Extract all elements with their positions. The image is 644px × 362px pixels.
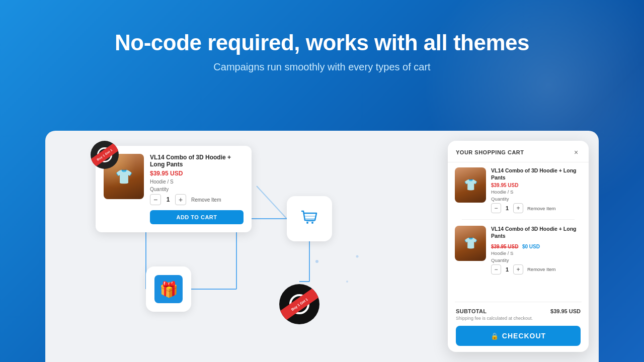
remove-item-link[interactable]: Remove Item <box>191 197 221 203</box>
cart-item-2-decrease[interactable]: − <box>491 264 501 275</box>
qty-increase-button[interactable]: + <box>175 194 186 205</box>
badge2-icon-box: Buy 1 Get 1 <box>277 282 322 327</box>
add-to-cart-button[interactable]: ADD TO CART <box>150 210 244 224</box>
cart-icon-box <box>287 196 332 241</box>
cart-subtotal-label: SUBTOTAL <box>456 308 487 314</box>
cart-items-list: 👕 VL14 Combo of 3D Hoodie + Long Pants $… <box>448 162 589 302</box>
cart-shipping-note: Shipping fee is calculated at checkout. <box>456 316 581 321</box>
cart-item-1-decrease[interactable]: − <box>491 203 501 213</box>
cart-icon <box>296 206 323 232</box>
cart-item-1-price: $39.95 USD <box>491 183 582 188</box>
cart-item-1-details: VL14 Combo of 3D Hoodie + Long Pants $39… <box>491 167 582 213</box>
svg-point-12 <box>306 222 308 224</box>
qty-decrease-button[interactable]: − <box>150 194 161 205</box>
cart-item-2-price-row: $39.95 USD $0 USD <box>491 241 582 250</box>
cart-item-2: 👕 VL14 Combo of 3D Hoodie + Long Pants $… <box>455 226 582 274</box>
cart-divider <box>462 219 575 220</box>
badge2-circle: Buy 1 Get 1 <box>279 284 319 324</box>
cart-footer: SUBTOTAL $39.95 USD Shipping fee is calc… <box>448 302 589 352</box>
product-card: Buy 1 Get 1 👕 VL14 Combo of 3D Hoodie + … <box>96 146 252 232</box>
main-card: Buy 1 Get 1 👕 VL14 Combo of 3D Hoodie + … <box>45 131 599 362</box>
cart-close-button[interactable]: × <box>572 148 581 157</box>
cart-item-2-price-free: $0 USD <box>522 244 540 249</box>
svg-point-13 <box>311 222 313 224</box>
product-info: VL14 Combo of 3D Hoodie + Long Pants $39… <box>150 154 244 224</box>
checkout-label: CHECKOUT <box>502 332 546 340</box>
cart-item-2-qty-label: Quantity <box>491 257 582 263</box>
cart-panel-header: YOUR SHOPPING CART × <box>448 141 589 162</box>
product-variant: Hoodie / S <box>150 179 244 185</box>
cart-item-1-increase[interactable]: + <box>513 203 523 213</box>
gift-icon: 🎁 <box>154 275 183 303</box>
cart-item-2-increase[interactable]: + <box>513 264 523 275</box>
cart-item-1-variant: Hoodie / S <box>491 189 582 195</box>
lock-icon: 🔒 <box>491 332 499 340</box>
cart-item-2-image: 👕 <box>455 226 486 261</box>
svg-line-7 <box>257 186 287 219</box>
cart-subtotal-value: $39.95 USD <box>550 308 581 314</box>
buy1get1-badge: Buy 1 Get 1 <box>91 141 119 169</box>
badge-ribbon: Buy 1 Get 1 <box>91 141 119 169</box>
product-price: $39.95 USD <box>150 170 244 177</box>
svg-point-9 <box>356 255 359 258</box>
header: No-code required, works with all themes … <box>0 0 644 73</box>
qty-row: − 1 + Remove Item <box>150 194 244 205</box>
cart-item-2-qty-row: − 1 + Remove Item <box>491 264 582 275</box>
product-qty-label: Quantity <box>150 187 244 192</box>
svg-point-8 <box>315 260 318 263</box>
gift-icon-box: 🎁 <box>146 266 191 312</box>
svg-point-10 <box>346 281 348 283</box>
page-title: No-code required, works with all themes <box>0 30 644 55</box>
qty-value: 1 <box>164 196 172 203</box>
cart-item-2-details: VL14 Combo of 3D Hoodie + Long Pants $39… <box>491 226 582 274</box>
cart-panel: YOUR SHOPPING CART × 👕 VL14 Combo of 3D … <box>448 141 589 352</box>
cart-item-1-qty-row: − 1 + Remove Item <box>491 203 582 213</box>
product-name: VL14 Combo of 3D Hoodie + Long Pants <box>150 154 244 168</box>
cart-item-1-qty-label: Quantity <box>491 196 582 202</box>
cart-panel-title: YOUR SHOPPING CART <box>456 149 524 155</box>
cart-item-2-qty: 1 <box>504 266 511 273</box>
checkout-button[interactable]: 🔒 CHECKOUT <box>456 326 581 346</box>
cart-subtotal-row: SUBTOTAL $39.95 USD <box>456 308 581 314</box>
cart-item-1-image: 👕 <box>455 167 486 203</box>
cart-item-2-variant: Hoodie / S <box>491 250 582 256</box>
badge2-ribbon: Buy 1 Get 1 <box>279 285 319 323</box>
cart-item-2-remove[interactable]: Remove Item <box>527 266 556 272</box>
cart-item-1-name: VL14 Combo of 3D Hoodie + Long Pants <box>491 167 582 181</box>
cart-item-1-qty: 1 <box>504 205 511 211</box>
cart-item-1: 👕 VL14 Combo of 3D Hoodie + Long Pants $… <box>455 167 582 213</box>
cart-item-2-name: VL14 Combo of 3D Hoodie + Long Pants <box>491 226 582 239</box>
cart-item-2-price-original: $39.95 USD <box>491 244 518 249</box>
cart-item-1-remove[interactable]: Remove Item <box>527 206 556 211</box>
page-subtitle: Campaigns run smoothly with every types … <box>0 61 644 73</box>
